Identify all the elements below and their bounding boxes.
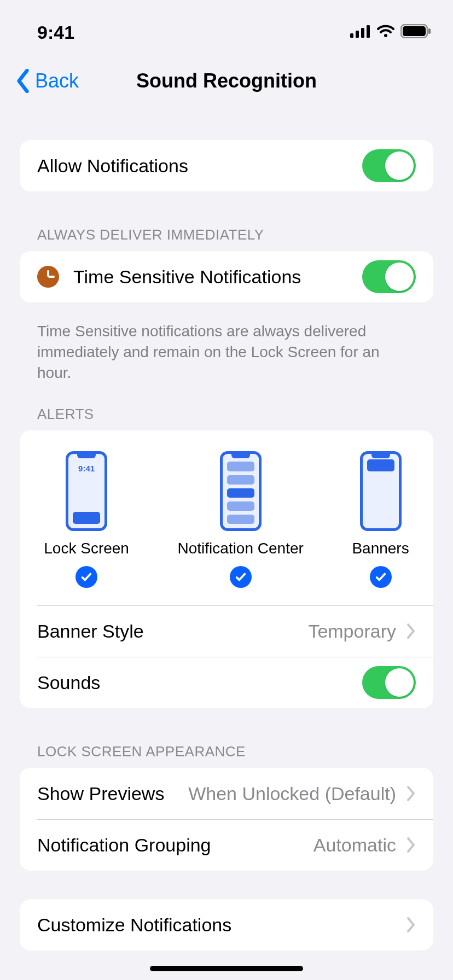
home-indicator[interactable] bbox=[150, 966, 303, 971]
svg-rect-7 bbox=[428, 28, 431, 34]
sounds-label: Sounds bbox=[37, 672, 100, 693]
lock-screen-preview-clock: 9:41 bbox=[68, 464, 104, 473]
group-time-sensitive: Time Sensitive Notifications bbox=[20, 251, 433, 302]
nav-header: Back Sound Recognition bbox=[0, 55, 453, 107]
customize-notifications-label: Customize Notifications bbox=[37, 914, 231, 936]
time-sensitive-toggle[interactable] bbox=[362, 260, 416, 293]
chevron-right-icon bbox=[406, 785, 416, 802]
chevron-right-icon bbox=[406, 623, 416, 639]
group-customize-notifications: Customize Notifications bbox=[20, 899, 433, 950]
group-alerts: 9:41 Lock Screen Notification Center bbox=[20, 430, 433, 708]
notification-grouping-label: Notification Grouping bbox=[37, 835, 211, 856]
time-sensitive-label: Time Sensitive Notifications bbox=[73, 266, 301, 288]
group-allow-notifications: Allow Notifications bbox=[20, 140, 433, 191]
cellular-icon bbox=[350, 25, 371, 40]
alert-style-options: 9:41 Lock Screen Notification Center bbox=[20, 430, 433, 605]
notification-grouping-value: Automatic bbox=[313, 835, 396, 856]
row-banner-style[interactable]: Banner Style Temporary bbox=[20, 605, 433, 657]
alert-option-banners[interactable]: Banners bbox=[352, 451, 409, 588]
svg-point-4 bbox=[384, 34, 387, 37]
status-bar: 9:41 bbox=[0, 0, 453, 55]
row-time-sensitive: Time Sensitive Notifications bbox=[20, 251, 433, 302]
show-previews-label: Show Previews bbox=[37, 783, 164, 804]
section-header-alerts: Alerts bbox=[20, 399, 433, 430]
checkmark-icon bbox=[230, 566, 252, 588]
time-sensitive-footer: Time Sensitive notifications are always … bbox=[20, 313, 433, 383]
notification-center-preview-icon bbox=[220, 451, 262, 531]
checkmark-icon bbox=[76, 566, 97, 588]
alert-option-notification-center-label: Notification Center bbox=[177, 540, 303, 557]
wifi-icon bbox=[376, 25, 395, 40]
section-header-always-deliver: Always Deliver Immediately bbox=[20, 220, 433, 251]
status-time: 9:41 bbox=[37, 22, 74, 43]
row-show-previews[interactable]: Show Previews When Unlocked (Default) bbox=[20, 768, 433, 819]
allow-notifications-label: Allow Notifications bbox=[37, 155, 188, 177]
status-indicators bbox=[350, 24, 431, 40]
svg-rect-0 bbox=[350, 33, 353, 38]
battery-icon bbox=[400, 24, 431, 40]
banners-preview-icon bbox=[360, 451, 402, 531]
chevron-right-icon bbox=[406, 837, 416, 853]
svg-rect-2 bbox=[361, 28, 364, 38]
alert-option-notification-center[interactable]: Notification Center bbox=[177, 451, 303, 588]
svg-rect-6 bbox=[403, 26, 426, 36]
banner-style-label: Banner Style bbox=[37, 621, 144, 642]
alert-option-lock-screen[interactable]: 9:41 Lock Screen bbox=[44, 451, 129, 588]
svg-rect-1 bbox=[356, 31, 359, 38]
row-allow-notifications: Allow Notifications bbox=[20, 140, 433, 191]
show-previews-value: When Unlocked (Default) bbox=[188, 783, 396, 804]
checkmark-icon bbox=[370, 566, 392, 588]
section-header-lock-screen-appearance: Lock Screen Appearance bbox=[20, 737, 433, 768]
allow-notifications-toggle[interactable] bbox=[362, 149, 416, 182]
row-notification-grouping[interactable]: Notification Grouping Automatic bbox=[20, 819, 433, 871]
clock-icon bbox=[37, 266, 59, 288]
svg-rect-3 bbox=[367, 25, 370, 38]
row-customize-notifications[interactable]: Customize Notifications bbox=[20, 899, 433, 950]
chevron-right-icon bbox=[406, 917, 416, 933]
alert-option-banners-label: Banners bbox=[352, 540, 409, 557]
lock-screen-preview-icon: 9:41 bbox=[66, 451, 107, 531]
chevron-left-icon bbox=[13, 69, 33, 93]
alert-option-lock-screen-label: Lock Screen bbox=[44, 540, 129, 557]
row-sounds: Sounds bbox=[20, 657, 433, 708]
sounds-toggle[interactable] bbox=[362, 666, 416, 699]
back-label: Back bbox=[35, 69, 79, 92]
banner-style-value: Temporary bbox=[308, 621, 396, 642]
group-lock-screen-appearance: Show Previews When Unlocked (Default) No… bbox=[20, 768, 433, 871]
back-button[interactable]: Back bbox=[0, 69, 79, 93]
